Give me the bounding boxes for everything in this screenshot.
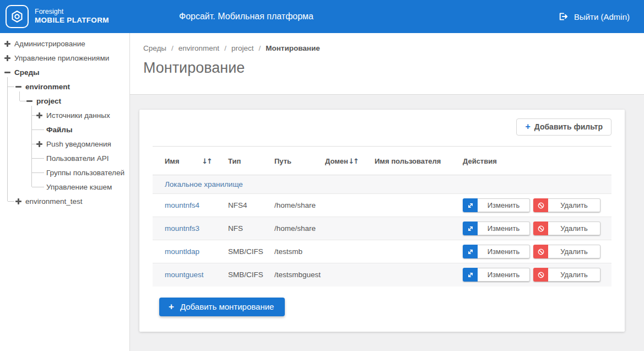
breadcrumb-separator: / xyxy=(171,44,174,52)
collapse-minus-icon[interactable] xyxy=(4,69,10,75)
mount-domain-cell xyxy=(313,217,362,240)
expand-plus-icon[interactable] xyxy=(4,41,10,47)
column-header-username: Имя пользователя xyxy=(362,147,451,175)
edit-arrows-icon xyxy=(463,245,478,258)
expand-plus-icon[interactable] xyxy=(36,112,42,118)
sidebar-item-label: Управление приложениями xyxy=(14,54,109,62)
app-header: Foresight MOBILE PLATFORM Форсайт. Мобил… xyxy=(0,0,644,33)
delete-label: Удалить xyxy=(548,245,600,258)
sidebar-item-project[interactable]: project xyxy=(0,94,129,108)
logout-label: Выйти (Admin) xyxy=(574,12,630,21)
edit-button[interactable]: Изменить xyxy=(463,268,530,282)
sidebar-item-label: Управление кэшем xyxy=(46,183,112,191)
sidebar-item-label: Push уведомления xyxy=(46,140,111,148)
sidebar-item-api-users[interactable]: Пользователи API xyxy=(0,151,129,165)
sidebar-item-label: Источники данных xyxy=(46,111,110,120)
table-header-row: Имя ↓↑ Тип Путь xyxy=(153,147,611,175)
sidebar-item-app-management[interactable]: Управление приложениями xyxy=(0,51,129,65)
edit-label: Изменить xyxy=(478,198,530,212)
logo-text: Foresight MOBILE PLATFORM xyxy=(35,8,109,26)
breadcrumb-separator: / xyxy=(258,44,261,52)
delete-ban-icon xyxy=(533,198,548,212)
local-storage-link[interactable]: Локальное хранилище xyxy=(165,180,243,188)
sidebar-item-push-notifications[interactable]: Push уведомления xyxy=(0,137,129,151)
logo-line1: Foresight xyxy=(35,8,109,17)
delete-ban-icon xyxy=(533,245,548,258)
sidebar-item-label: environment xyxy=(25,83,70,91)
edit-label: Изменить xyxy=(478,268,530,282)
collapse-minus-icon[interactable] xyxy=(26,98,33,104)
breadcrumb-link-environment[interactable]: environment xyxy=(178,44,219,52)
table-row: mountldap SMB/CIFS /testsmb xyxy=(153,240,611,263)
expand-plus-icon[interactable] xyxy=(15,198,21,204)
breadcrumb-link-environments[interactable]: Среды xyxy=(143,44,166,52)
edit-button[interactable]: Изменить xyxy=(463,198,530,212)
sidebar-item-user-groups[interactable]: Группы пользователей xyxy=(0,165,129,180)
sidebar-item-label: Группы пользователей xyxy=(46,169,125,177)
delete-button[interactable]: Удалить xyxy=(533,198,600,212)
column-label: Домен xyxy=(325,157,348,165)
delete-button[interactable]: Удалить xyxy=(533,222,600,235)
edit-button[interactable]: Изменить xyxy=(463,222,530,235)
sidebar-item-label: Администрирование xyxy=(14,40,85,48)
delete-button[interactable]: Удалить xyxy=(533,245,600,258)
expand-plus-icon[interactable] xyxy=(4,55,10,61)
add-filter-button[interactable]: + Добавить фильтр xyxy=(516,118,611,136)
sort-icon[interactable]: ↓↑ xyxy=(348,157,359,165)
edit-arrows-icon xyxy=(463,222,478,235)
sidebar-item-files[interactable]: Файлы xyxy=(0,122,129,137)
mount-domain-cell xyxy=(313,194,362,217)
plus-icon: + xyxy=(525,122,530,131)
sidebar-item-environment[interactable]: environment xyxy=(0,79,129,94)
add-mount-button[interactable]: + Добавить монтирование xyxy=(159,298,285,316)
logo[interactable]: Foresight MOBILE PLATFORM xyxy=(6,5,109,28)
mount-type-cell: SMB/CIFS xyxy=(216,263,262,287)
breadcrumb-current: Монтирование xyxy=(266,44,320,52)
sidebar-item-environment-test[interactable]: environment_test xyxy=(0,194,129,208)
column-header-domain[interactable]: Домен ↓↑ xyxy=(313,147,362,175)
mount-name-link[interactable]: mountguest xyxy=(165,271,204,279)
mounts-table: Имя ↓↑ Тип Путь xyxy=(153,146,611,287)
edit-label: Изменить xyxy=(478,245,530,258)
mount-name-link[interactable]: mountnfs4 xyxy=(165,201,199,209)
sidebar-item-data-sources[interactable]: Источники данных xyxy=(0,108,129,122)
mount-username-cell xyxy=(362,194,451,217)
column-label: Действия xyxy=(463,157,497,165)
sidebar-item-administration[interactable]: Администрирование xyxy=(0,36,129,51)
logout-icon xyxy=(558,12,568,21)
mounts-card: + Добавить фильтр Имя xyxy=(139,110,625,332)
sidebar-item-environments[interactable]: Среды xyxy=(0,65,129,79)
column-label: Имя xyxy=(165,157,180,165)
table-row: mountguest SMB/CIFS /testsmbguest xyxy=(153,263,611,287)
edit-label: Изменить xyxy=(478,222,530,235)
table-row: mountnfs4 NFS4 /home/share xyxy=(153,194,611,217)
mount-path-cell: /home/share xyxy=(262,194,313,217)
sidebar-item-cache-management[interactable]: Управление кэшем xyxy=(0,180,129,194)
mount-type-cell: SMB/CIFS xyxy=(216,240,262,263)
breadcrumb-link-project[interactable]: project xyxy=(231,44,254,52)
edit-arrows-icon xyxy=(463,198,478,212)
mount-name-link[interactable]: mountnfs3 xyxy=(165,224,199,233)
logo-line2: MOBILE PLATFORM xyxy=(35,16,109,25)
sort-icon[interactable]: ↓↑ xyxy=(202,157,213,165)
delete-label: Удалить xyxy=(548,268,600,282)
mount-name-link[interactable]: mountldap xyxy=(165,247,199,256)
edit-arrows-icon xyxy=(463,268,478,282)
sidebar-item-label: Файлы xyxy=(46,126,72,134)
group-row-local-storage: Локальное хранилище xyxy=(153,175,611,194)
column-header-path: Путь xyxy=(262,147,313,175)
delete-button[interactable]: Удалить xyxy=(533,268,600,282)
logout-button[interactable]: Выйти (Admin) xyxy=(558,12,630,21)
collapse-minus-icon[interactable] xyxy=(15,84,21,90)
column-label: Путь xyxy=(274,157,291,165)
mount-username-cell xyxy=(362,263,451,287)
delete-ban-icon xyxy=(533,268,548,282)
delete-label: Удалить xyxy=(548,198,600,212)
expand-plus-icon[interactable] xyxy=(36,141,42,147)
column-header-name[interactable]: Имя ↓↑ xyxy=(153,147,216,175)
column-header-type: Тип xyxy=(216,147,262,175)
page-header-section: Среды / environment / project / Монтиров… xyxy=(130,33,644,95)
mount-type-cell: NFS4 xyxy=(216,194,262,217)
edit-button[interactable]: Изменить xyxy=(463,245,530,258)
breadcrumb-separator: / xyxy=(224,44,226,52)
